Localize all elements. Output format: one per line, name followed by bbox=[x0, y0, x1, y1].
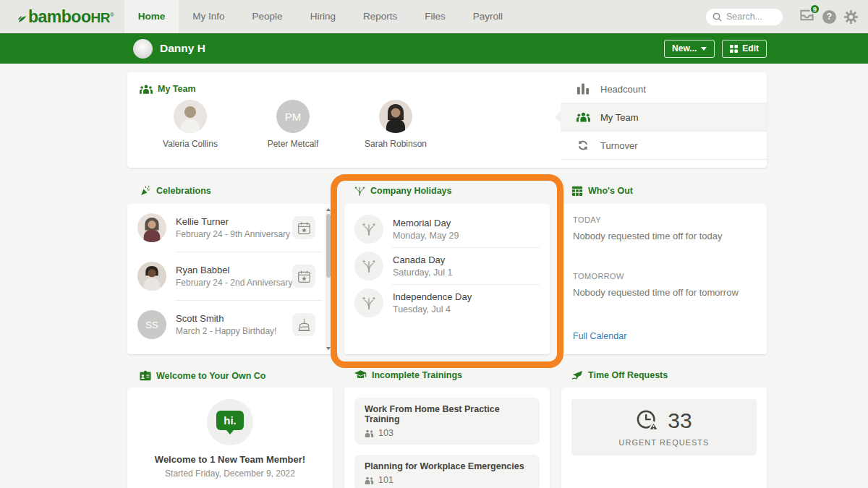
team-icon bbox=[140, 85, 153, 94]
top-nav: bambooHR® Home My Info People Hiring Rep… bbox=[0, 0, 868, 33]
time-off-title-label: Time Off Requests bbox=[588, 370, 668, 380]
badge-icon bbox=[140, 370, 151, 381]
fireworks-icon bbox=[361, 295, 377, 311]
side-tab-label: Turnover bbox=[600, 140, 638, 151]
scrollbar-thumb[interactable] bbox=[326, 214, 331, 278]
notifications-button[interactable]: 9 bbox=[799, 9, 814, 25]
urgent-requests-label: URGENT REQUESTS bbox=[619, 438, 710, 447]
nav-tab-payroll[interactable]: Payroll bbox=[459, 0, 516, 33]
nav-tab-reports[interactable]: Reports bbox=[349, 0, 411, 33]
holiday-date: Saturday, Jul 1 bbox=[393, 267, 452, 278]
team-members: Valeria Collins PM Peter Metcalf Sarah R… bbox=[139, 100, 447, 149]
nav-tab-files[interactable]: Files bbox=[411, 0, 459, 33]
tomorrow-label: TOMORROW bbox=[573, 272, 755, 281]
training-count: 101 bbox=[378, 475, 393, 485]
edit-button[interactable]: Edit bbox=[722, 40, 767, 58]
company-holidays-title-label: Company Holidays bbox=[370, 186, 452, 196]
caret-down-icon bbox=[701, 47, 707, 51]
time-off-card: 33 URGENT REQUESTS bbox=[561, 388, 767, 488]
people-count-icon bbox=[365, 429, 374, 437]
fireworks-icon bbox=[361, 258, 377, 274]
notification-count-badge: 9 bbox=[809, 4, 820, 14]
gear-icon[interactable] bbox=[844, 10, 858, 24]
celebration-initials-avatar: SS bbox=[137, 310, 166, 339]
member-photo-avatar bbox=[174, 100, 207, 133]
team-member[interactable]: Sarah Robinson bbox=[344, 100, 447, 149]
celebration-name: Kellie Turner bbox=[176, 216, 290, 227]
whos-out-card: TODAY Nobody requested time off for toda… bbox=[561, 204, 767, 354]
help-button[interactable]: ? bbox=[822, 10, 836, 24]
new-button-label: New... bbox=[672, 43, 697, 53]
welcome-subtext: Started Friday, December 9, 2022 bbox=[127, 468, 333, 479]
fireworks-icon bbox=[354, 185, 365, 197]
training-name: Work From Home Best Practice Training bbox=[365, 404, 529, 424]
team-member[interactable]: Valeria Collins bbox=[139, 100, 242, 149]
training-item[interactable]: Planning for Workplace Emergencies 101 bbox=[354, 455, 540, 488]
company-holidays-title: Company Holidays bbox=[354, 185, 452, 197]
today-label: TODAY bbox=[573, 215, 755, 224]
celebration-item[interactable]: SS Scott Smith March 2 - Happy Birthday! bbox=[127, 301, 333, 348]
time-off-plane-icon bbox=[571, 370, 583, 380]
hi-bubble-circle: hi. bbox=[207, 399, 253, 445]
holiday-name: Canada Day bbox=[393, 254, 452, 265]
member-name: Peter Metcalf bbox=[268, 139, 319, 149]
search-box[interactable] bbox=[706, 9, 783, 25]
celebration-name: Ryan Babbel bbox=[176, 265, 292, 275]
turnover-refresh-icon bbox=[575, 140, 591, 151]
nav-tab-home[interactable]: Home bbox=[124, 0, 179, 33]
training-count: 103 bbox=[378, 428, 393, 438]
celebration-detail: March 2 - Happy Birthday! bbox=[176, 326, 276, 336]
nav-tab-hiring[interactable]: Hiring bbox=[297, 0, 349, 33]
celebration-name: Scott Smith bbox=[176, 313, 276, 324]
bar-chart-icon bbox=[575, 83, 591, 95]
clock-alert-icon bbox=[636, 409, 660, 432]
nav-tab-people[interactable]: People bbox=[239, 0, 297, 33]
scroll-up-arrow-icon bbox=[326, 208, 331, 211]
my-team-title: My Team bbox=[140, 84, 196, 94]
nav-right-cluster: 9 ? bbox=[706, 0, 858, 33]
celebration-item[interactable]: Ryan Babbel February 24 - 2nd Anniversar… bbox=[127, 252, 333, 300]
celebration-photo-avatar bbox=[137, 213, 166, 242]
celebration-item[interactable]: Kellie Turner February 24 - 9th Annivers… bbox=[127, 204, 333, 252]
member-photo-avatar bbox=[379, 100, 412, 133]
people-count-icon bbox=[365, 476, 374, 484]
trainings-title: Incomplete Trainings bbox=[354, 370, 462, 380]
bamboohr-logo[interactable]: bambooHR® bbox=[17, 7, 114, 27]
urgent-requests-box[interactable]: 33 URGENT REQUESTS bbox=[571, 399, 757, 455]
side-tab-turnover[interactable]: Turnover bbox=[561, 132, 767, 160]
company-holidays-card: Memorial Day Monday, May 29 Canada Day S… bbox=[344, 204, 550, 354]
celebrations-title: Celebrations bbox=[140, 185, 211, 197]
logo-text-hr: HR bbox=[90, 10, 109, 26]
bamboohr-dashboard: bambooHR® Home My Info People Hiring Rep… bbox=[0, 0, 868, 488]
training-item[interactable]: Work From Home Best Practice Training 10… bbox=[354, 398, 540, 445]
birthday-cake-icon bbox=[297, 318, 311, 332]
nav-tab-my-info[interactable]: My Info bbox=[179, 0, 238, 33]
training-name: Planning for Workplace Emergencies bbox=[365, 461, 529, 471]
scrollbar[interactable] bbox=[326, 207, 331, 351]
holiday-item: Canada Day Saturday, Jul 1 bbox=[344, 248, 550, 284]
side-tab-my-team[interactable]: My Team bbox=[561, 103, 767, 132]
trainings-title-label: Incomplete Trainings bbox=[372, 370, 462, 380]
whos-out-title: Who's Out bbox=[571, 185, 633, 197]
new-button[interactable]: New... bbox=[664, 40, 715, 58]
today-text: Nobody requested time off for today bbox=[573, 231, 755, 241]
anniversary-calendar-button[interactable] bbox=[292, 265, 315, 288]
team-member[interactable]: PM Peter Metcalf bbox=[242, 100, 344, 149]
hi-speech-bubble-icon: hi. bbox=[216, 411, 244, 430]
member-name: Sarah Robinson bbox=[365, 139, 427, 149]
celebrations-card: Kellie Turner February 24 - 9th Annivers… bbox=[127, 204, 333, 354]
holiday-date: Tuesday, Jul 4 bbox=[393, 304, 472, 314]
search-input[interactable] bbox=[726, 12, 775, 22]
full-calendar-link[interactable]: Full Calendar bbox=[573, 331, 626, 341]
nav-tabs: Home My Info People Hiring Reports Files… bbox=[124, 0, 516, 33]
holiday-item: Independence Day Tuesday, Jul 4 bbox=[344, 285, 550, 321]
header-buttons: New... Edit bbox=[664, 40, 767, 58]
logo-text-bamboo: bamboo bbox=[28, 7, 90, 27]
birthday-cake-button[interactable] bbox=[292, 313, 315, 336]
holiday-item: Memorial Day Monday, May 29 bbox=[344, 211, 550, 247]
selected-tab-notch bbox=[555, 111, 561, 123]
side-tab-headcount[interactable]: Headcount bbox=[561, 75, 767, 103]
side-tab-label: Headcount bbox=[600, 84, 646, 95]
anniversary-calendar-button[interactable] bbox=[292, 216, 315, 239]
holiday-fireworks-avatar bbox=[354, 252, 383, 281]
